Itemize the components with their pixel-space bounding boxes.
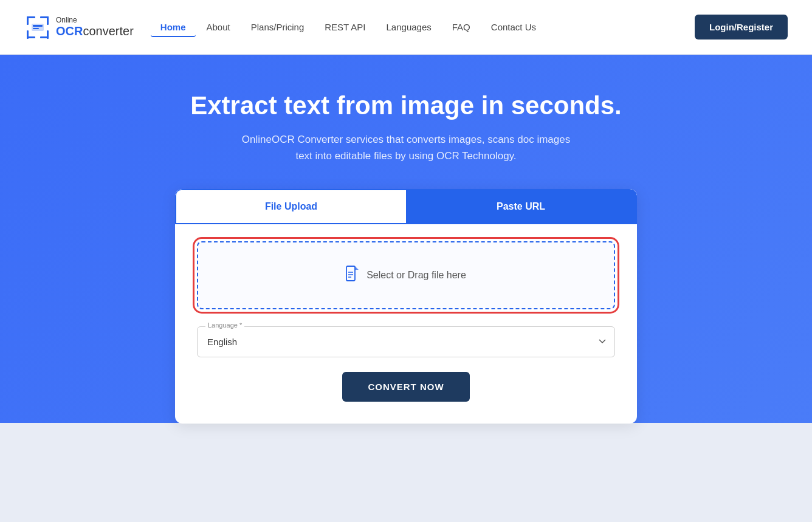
nav-link-plans[interactable]: Plans/Pricing xyxy=(241,17,314,37)
logo[interactable]: Online OCRconverter xyxy=(24,14,134,41)
convert-now-button[interactable]: CONVERT NOW xyxy=(342,372,469,402)
svg-rect-10 xyxy=(33,28,39,29)
svg-rect-5 xyxy=(27,30,29,39)
svg-rect-7 xyxy=(47,30,49,39)
language-wrapper: Language * English French German Spanish… xyxy=(175,321,637,357)
tab-bar: File Upload Paste URL xyxy=(175,189,637,224)
logo-converter-text: converter xyxy=(83,24,133,38)
language-label: Language * xyxy=(205,321,244,329)
svg-rect-11 xyxy=(346,266,355,281)
file-upload-icon xyxy=(346,266,359,285)
language-select[interactable]: English French German Spanish Chinese Ar… xyxy=(197,326,615,357)
upload-text: Select or Drag file here xyxy=(366,270,466,281)
lower-background xyxy=(0,423,812,522)
tab-file-upload[interactable]: File Upload xyxy=(175,189,406,224)
svg-rect-9 xyxy=(33,25,43,27)
upload-area-wrap: Select or Drag file here xyxy=(175,224,637,321)
logo-icon xyxy=(24,14,51,41)
converter-card-wrap: File Upload Paste URL Select xyxy=(12,189,800,424)
tab-paste-url[interactable]: Paste URL xyxy=(406,189,637,224)
nav-link-faq[interactable]: FAQ xyxy=(442,17,480,37)
logo-online-text: Online xyxy=(56,16,134,24)
hero-title: Extract text from image in seconds. xyxy=(12,91,800,120)
nav-links: Home About Plans/Pricing REST API Langua… xyxy=(151,17,689,37)
nav-link-home[interactable]: Home xyxy=(151,17,196,37)
convert-button-wrap: CONVERT NOW xyxy=(175,357,637,402)
nav-link-rest-api[interactable]: REST API xyxy=(315,17,375,37)
converter-card: File Upload Paste URL Select xyxy=(175,189,637,424)
login-register-button[interactable]: Login/Register xyxy=(695,15,788,39)
svg-rect-1 xyxy=(27,16,29,25)
nav-link-languages[interactable]: Languages xyxy=(377,17,441,37)
svg-rect-3 xyxy=(47,16,49,25)
hero-section: Extract text from image in seconds. Onli… xyxy=(0,55,812,424)
svg-rect-8 xyxy=(32,24,44,31)
hero-subtitle: OnlineOCR Converter services that conver… xyxy=(236,131,576,164)
logo-ocr-text: OCR xyxy=(56,24,83,38)
upload-dropzone[interactable]: Select or Drag file here xyxy=(197,241,615,309)
nav-link-contact[interactable]: Contact Us xyxy=(481,17,546,37)
navigation: Online OCRconverter Home About Plans/Pri… xyxy=(0,0,812,55)
nav-link-about[interactable]: About xyxy=(197,17,240,37)
